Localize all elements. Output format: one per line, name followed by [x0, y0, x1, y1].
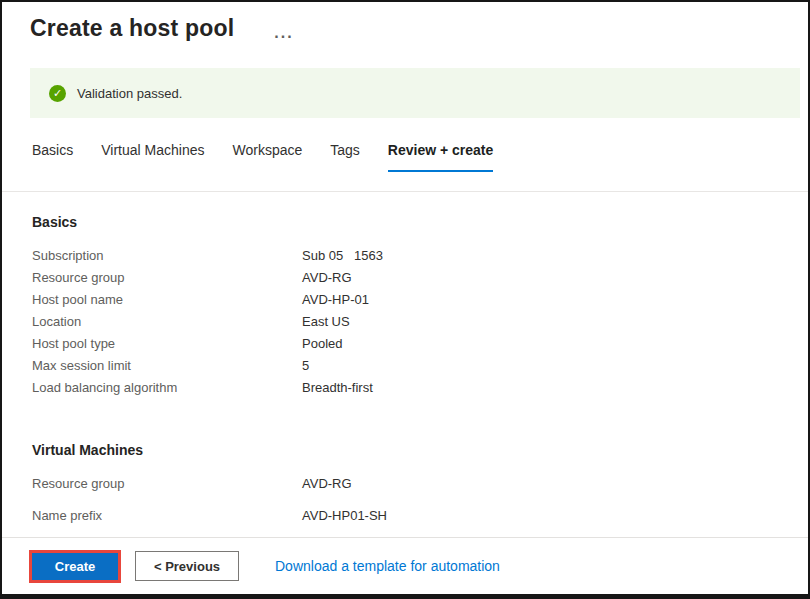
- row-value: East US: [302, 314, 350, 329]
- validation-banner: ✓ Validation passed.: [30, 68, 800, 118]
- success-check-icon: ✓: [49, 85, 66, 102]
- wizard-tabs: Basics Virtual Machines Workspace Tags R…: [32, 142, 808, 172]
- wizard-content: Create a host pool ... ✓ Validation pass…: [2, 2, 808, 537]
- row-label: Host pool name: [32, 292, 302, 307]
- row-value: AVD-RG: [302, 476, 352, 491]
- row-value: AVD-RG: [302, 270, 352, 285]
- tab-basics[interactable]: Basics: [32, 142, 73, 172]
- row-label: Subscription: [32, 248, 302, 263]
- more-options-icon[interactable]: ...: [274, 20, 293, 38]
- row-value: Breadth-first: [302, 380, 373, 395]
- summary-row-location: Location East US: [32, 310, 808, 332]
- summary-row-resource-group: Resource group AVD-RG: [32, 266, 808, 288]
- page-header: Create a host pool ...: [2, 2, 808, 42]
- summary-row-max-session-limit: Max session limit 5: [32, 354, 808, 376]
- tabs-divider: [2, 191, 808, 192]
- row-value: AVD-HP01-SH: [302, 508, 387, 523]
- previous-button[interactable]: < Previous: [135, 551, 239, 581]
- summary-row-subscription: Subscription Sub 05 1563: [32, 244, 808, 266]
- validation-message: Validation passed.: [77, 86, 182, 101]
- create-host-pool-window: Create a host pool ... ✓ Validation pass…: [0, 0, 810, 599]
- row-label: Resource group: [32, 270, 302, 285]
- row-label: Location: [32, 314, 302, 329]
- row-value: AVD-HP-01: [302, 292, 369, 307]
- row-value: Sub 05 1563: [302, 248, 383, 263]
- row-label: Name prefix: [32, 508, 302, 523]
- summary-row-load-balancing: Load balancing algorithm Breadth-first: [32, 376, 808, 398]
- summary-row-vm-resource-group: Resource group AVD-RG: [32, 472, 808, 494]
- vm-summary-list: Resource group AVD-RG Name prefix AVD-HP…: [32, 472, 808, 526]
- tab-virtual-machines[interactable]: Virtual Machines: [101, 142, 204, 172]
- row-label: Load balancing algorithm: [32, 380, 302, 395]
- tab-tags[interactable]: Tags: [330, 142, 360, 172]
- row-value: Pooled: [302, 336, 342, 351]
- section-title-virtual-machines: Virtual Machines: [32, 442, 808, 458]
- summary-row-host-pool-type: Host pool type Pooled: [32, 332, 808, 354]
- page-title: Create a host pool: [30, 15, 234, 42]
- tab-review-create[interactable]: Review + create: [388, 142, 493, 172]
- download-template-link[interactable]: Download a template for automation: [275, 558, 500, 574]
- row-label: Host pool type: [32, 336, 302, 351]
- summary-row-host-pool-name: Host pool name AVD-HP-01: [32, 288, 808, 310]
- create-button[interactable]: Create: [32, 553, 118, 580]
- wizard-footer: Create < Previous Download a template fo…: [2, 537, 808, 594]
- basics-summary-list: Subscription Sub 05 1563 Resource group …: [32, 244, 808, 398]
- section-title-basics: Basics: [32, 214, 808, 230]
- row-label: Resource group: [32, 476, 302, 491]
- row-label: Max session limit: [32, 358, 302, 373]
- row-value: 5: [302, 358, 309, 373]
- tab-workspace[interactable]: Workspace: [232, 142, 302, 172]
- summary-row-vm-name-prefix: Name prefix AVD-HP01-SH: [32, 504, 808, 526]
